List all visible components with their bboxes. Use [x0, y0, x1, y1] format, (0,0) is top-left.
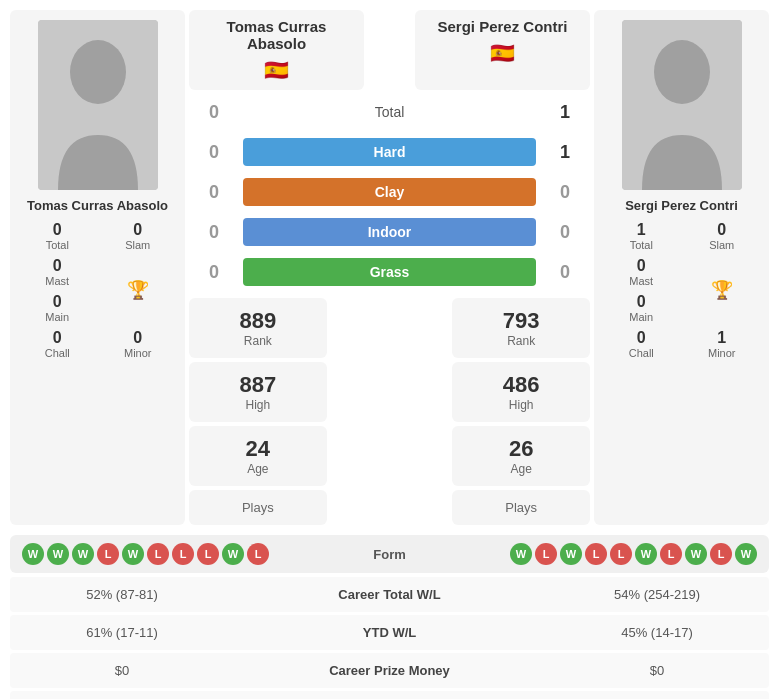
form-badge: W	[47, 543, 69, 565]
stats-cards-age: 24 Age 26 Age	[189, 426, 590, 486]
score-grass-left: 0	[189, 262, 239, 283]
prize-money-label: Career Prize Money	[222, 663, 557, 678]
ytd-wl-label: YTD W/L	[222, 625, 557, 640]
form-badge: L	[97, 543, 119, 565]
player2-minor-value: 1	[717, 329, 726, 347]
player2-stats: 1 Total 0 Slam 0 Mast 🏆 0 Main	[604, 221, 759, 359]
score-total-right: 1	[540, 102, 590, 123]
player2-slam-value: 0	[717, 221, 726, 239]
player1-full-name: Tomas Curras Abasolo	[201, 18, 352, 52]
spacer3	[331, 426, 449, 486]
player1-info: Tomas Curras Abasolo 🇪🇸	[189, 10, 364, 90]
surface-hard-label[interactable]: Hard	[243, 138, 536, 166]
player2-high-card: 486 High	[452, 362, 590, 422]
score-grass-row: 0 Grass 0	[189, 254, 590, 290]
form-badge: W	[122, 543, 144, 565]
player2-total-stat: 1 Total	[604, 221, 679, 251]
player1-high-card: 887 High	[189, 362, 327, 422]
player2-main-value: 0	[637, 293, 646, 311]
career-wl-left: 52% (87-81)	[22, 587, 222, 602]
trophy-icon-right: 🏆	[711, 279, 733, 301]
player1-stats: 0 Total 0 Slam 0 Mast 🏆 0 Main	[20, 221, 175, 359]
player2-card: Sergi Perez Contri 1 Total 0 Slam 0 Mast…	[594, 10, 769, 525]
player2-slam-stat: 0 Slam	[685, 221, 760, 251]
score-hard-row: 0 Hard 1	[189, 134, 590, 170]
prize-money-left: $0	[22, 663, 222, 678]
player1-card: Tomas Curras Abasolo 0 Total 0 Slam 0 Ma…	[10, 10, 185, 525]
player2-age-num: 26	[462, 436, 580, 462]
player2-age-card: 26 Age	[452, 426, 590, 486]
ytd-wl-row: 61% (17-11) YTD W/L 45% (14-17)	[10, 615, 769, 650]
score-hard-right: 1	[540, 142, 590, 163]
player1-minor-stat: 0 Minor	[101, 329, 176, 359]
score-clay-row: 0 Clay 0	[189, 174, 590, 210]
player2-mast-value: 0	[637, 257, 646, 275]
player2-high-label: High	[462, 398, 580, 412]
form-badge: L	[172, 543, 194, 565]
player1-mast-stat: 0 Mast	[20, 257, 95, 287]
player1-mast-value: 0	[53, 257, 62, 275]
player1-total-label: Total	[46, 239, 69, 251]
player2-info: Sergi Perez Contri 🇪🇸	[415, 10, 590, 90]
surface-grass-label[interactable]: Grass	[243, 258, 536, 286]
form-badge: W	[560, 543, 582, 565]
form-badge: W	[222, 543, 244, 565]
plays-row: Plays Plays	[189, 490, 590, 525]
form-badge: L	[610, 543, 632, 565]
player2-flag: 🇪🇸	[490, 41, 515, 65]
player1-trophy: 🏆	[101, 257, 176, 323]
player2-mast-stat: 0 Mast	[604, 257, 679, 287]
form-badge: W	[635, 543, 657, 565]
form-badge: W	[685, 543, 707, 565]
form-badge: W	[735, 543, 757, 565]
player2-avatar	[622, 20, 742, 190]
stats-cards-left: 889 Rank 793 Rank	[189, 298, 590, 358]
player2-main-stat: 0 Main	[604, 293, 679, 323]
surface-indoor-label[interactable]: Indoor	[243, 218, 536, 246]
score-total-row: 0 Total 1	[189, 94, 590, 130]
player1-high-label: High	[199, 398, 317, 412]
player1-mast-label: Mast	[45, 275, 69, 287]
score-indoor-left: 0	[189, 222, 239, 243]
player1-age-num: 24	[199, 436, 317, 462]
player2-plays-card: Plays	[452, 490, 590, 525]
player2-rank-label: Rank	[462, 334, 580, 348]
player1-flag: 🇪🇸	[264, 58, 289, 82]
spacer	[331, 298, 449, 358]
player1-plays-card: Plays	[189, 490, 327, 525]
player1-rank-label: Rank	[199, 334, 317, 348]
form-badge: L	[660, 543, 682, 565]
spacer2	[331, 362, 449, 422]
score-indoor-row: 0 Indoor 0	[189, 214, 590, 250]
prize-money-right: $0	[557, 663, 757, 678]
surface-clay-label[interactable]: Clay	[243, 178, 536, 206]
form-badge: L	[247, 543, 269, 565]
form-badge: W	[72, 543, 94, 565]
form-badge: W	[22, 543, 44, 565]
score-indoor-right: 0	[540, 222, 590, 243]
player2-chall-stat: 0 Chall	[604, 329, 679, 359]
player2-full-name: Sergi Perez Contri	[437, 18, 567, 35]
comparison-section: Tomas Curras Abasolo 0 Total 0 Slam 0 Ma…	[10, 10, 769, 525]
player2-plays-label: Plays	[505, 500, 537, 515]
career-wl-label: Career Total W/L	[222, 587, 557, 602]
player2-age-label: Age	[462, 462, 580, 476]
score-grass-right: 0	[540, 262, 590, 283]
player2-minor-stat: 1 Minor	[685, 329, 760, 359]
player1-total-stat: 0 Total	[20, 221, 95, 251]
player1-age-card: 24 Age	[189, 426, 327, 486]
main-container: Tomas Curras Abasolo 0 Total 0 Slam 0 Ma…	[0, 0, 779, 699]
trophy-icon-left: 🏆	[127, 279, 149, 301]
player1-plays-label: Plays	[242, 500, 274, 515]
player2-name: Sergi Perez Contri	[625, 198, 738, 213]
form-badge: L	[710, 543, 732, 565]
player1-main-value: 0	[53, 293, 62, 311]
ytd-titles-row: 0 YTD Titles 0	[10, 691, 769, 699]
player2-total-value: 1	[637, 221, 646, 239]
player2-main-label: Main	[629, 311, 653, 323]
form-section: WWWLWLLLWL Form WLWLLWLWLW	[10, 535, 769, 573]
player1-main-stat: 0 Main	[20, 293, 95, 323]
form-badge: L	[147, 543, 169, 565]
player1-avatar	[38, 20, 158, 190]
score-clay-left: 0	[189, 182, 239, 203]
